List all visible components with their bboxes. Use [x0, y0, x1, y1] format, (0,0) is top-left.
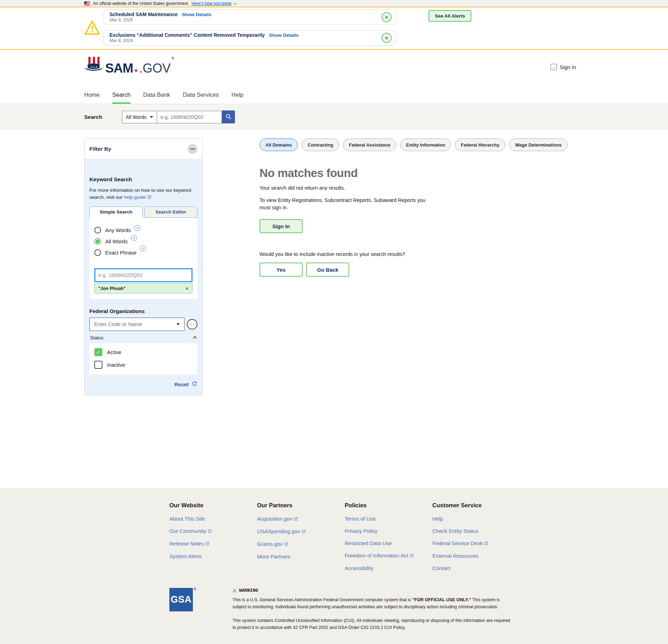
footer-link-acquisition-gov[interactable]: Acquisition.gov	[257, 516, 345, 522]
yes-button[interactable]: Yes	[259, 263, 303, 277]
caret-down-icon	[176, 323, 180, 325]
info-icon[interactable]: i	[140, 245, 146, 251]
footer-column-our-partners: Our Partners Acquisition.gov USASpending…	[257, 502, 345, 577]
nav-item-data-bank[interactable]: Data Bank	[143, 91, 170, 104]
external-link-icon	[147, 194, 151, 201]
footer-link-external-resources[interactable]: External Resources	[432, 553, 520, 559]
refresh-icon	[191, 381, 197, 388]
footer-link-accessibility[interactable]: Accessibility	[345, 565, 432, 571]
go-back-button[interactable]: Go Back	[306, 263, 349, 277]
search-input[interactable]	[157, 111, 222, 123]
footer-link-check-entity-status[interactable]: Check Entity Status	[432, 528, 520, 534]
footer-link-about-this-site[interactable]: About This Site	[169, 516, 257, 522]
keyword-info-text: For more information on how to use our k…	[89, 187, 197, 202]
radio-label: Any Words	[105, 227, 131, 233]
alert-close-button[interactable]: ×	[382, 12, 392, 22]
tag-remove-icon[interactable]: ×	[185, 286, 189, 291]
footer-link-release-notes[interactable]: Release Notes	[169, 541, 257, 547]
filter-collapse-button[interactable]	[188, 144, 197, 154]
no-matches-heading: No matches found	[259, 167, 568, 180]
external-link-icon	[284, 541, 288, 547]
footer-heading: Our Website	[169, 502, 257, 509]
sign-in-button[interactable]: Sign In	[259, 219, 303, 233]
keyword-input[interactable]	[94, 268, 193, 282]
footer-link-foia[interactable]: Freedom of Information Act	[345, 553, 432, 559]
footer-column-customer-service: Customer Service Help Check Entity Statu…	[432, 502, 520, 577]
filter-panel: Filter By Keyword Search For more inform…	[84, 138, 203, 395]
nav-item-search[interactable]: Search	[112, 91, 130, 104]
footer-heading: Customer Service	[432, 502, 520, 509]
search-mode-select[interactable]: All Words	[122, 111, 157, 123]
footer-link-grants-gov[interactable]: Grants.gov	[257, 541, 345, 547]
results-area: All Domains Contracting Federal Assistan…	[259, 138, 568, 277]
radio-exact-phrase[interactable]	[94, 249, 101, 256]
footer-link-help[interactable]: Help	[432, 516, 520, 522]
info-icon[interactable]: i	[134, 225, 140, 231]
footer-link-contact[interactable]: Contact	[432, 565, 520, 571]
alert-show-details-link[interactable]: Show Details	[182, 12, 211, 17]
registered-mark: ®	[171, 56, 174, 60]
nav-item-home[interactable]: Home	[84, 91, 100, 104]
search-strip: Search All Words	[0, 104, 668, 130]
footer-link-usaspending-gov[interactable]: USASpending.gov	[257, 528, 345, 535]
footer-link-restricted-data-use[interactable]: Restricted Data Use	[345, 540, 432, 546]
logo-text-gov: .GOV	[139, 63, 171, 74]
alert-show-details-link[interactable]: Show Details	[269, 33, 298, 38]
simple-search-panel: Any Words i All Words i Exact Phrase i "…	[89, 218, 197, 299]
search-strip-label: Search	[84, 114, 102, 120]
header-sign-in-link[interactable]: ← Sign In	[551, 64, 576, 70]
footer-column-policies: Policies Terms of Use Privacy Policy Res…	[345, 502, 432, 577]
help-guide-link[interactable]: help guide	[124, 195, 151, 200]
domain-pill-all-domains[interactable]: All Domains	[259, 138, 298, 151]
warning-paragraph-1: This is a U.S. General Services Administ…	[232, 596, 511, 611]
checkbox-inactive[interactable]	[94, 361, 102, 369]
alert-warning-icon	[84, 9, 103, 46]
domain-pill-entity-information[interactable]: Entity Information	[400, 138, 451, 151]
sam-gov-logo[interactable]: ★★★ SAM ★ .GOV ®	[84, 56, 174, 74]
radio-any-words[interactable]	[94, 227, 101, 233]
footer-link-federal-service-desk[interactable]: Federal Service Desk	[432, 540, 520, 547]
checkbox-label: Active	[107, 349, 121, 355]
search-mode-value: All Words	[126, 114, 147, 120]
alert-title: Exclusions “Additional Comments” Content…	[109, 32, 265, 38]
tab-search-editor[interactable]: Search Editor	[144, 206, 198, 218]
domain-pill-wage-determinations[interactable]: Wage Determinations	[509, 138, 567, 151]
domain-pill-contracting[interactable]: Contracting	[302, 138, 339, 151]
alert-close-button[interactable]: ×	[382, 33, 392, 43]
domain-pill-federal-assistance[interactable]: Federal Assistance	[343, 138, 396, 151]
info-icon[interactable]: i	[131, 235, 137, 241]
footer-link-privacy-policy[interactable]: Privacy Policy	[345, 528, 432, 534]
footer-link-terms-of-use[interactable]: Terms of Use	[345, 516, 432, 522]
external-link-icon	[294, 516, 298, 522]
radio-all-words[interactable]	[94, 238, 101, 245]
warning-title: WARNING	[239, 588, 258, 593]
footer-link-system-alerts[interactable]: System Alerts	[169, 553, 257, 559]
status-section-label: Status	[90, 335, 103, 340]
alert-card: Exclusions “Additional Comments” Content…	[103, 30, 396, 46]
uncle-sam-hat-icon: ★★★	[84, 56, 103, 74]
domain-pill-federal-hierarchy[interactable]: Federal Hierarchy	[455, 138, 505, 151]
checkbox-active[interactable]: ✓	[94, 348, 102, 356]
search-submit-button[interactable]	[222, 110, 235, 123]
how-you-know-link[interactable]: Here's how you know	[191, 1, 236, 6]
footer-link-our-community[interactable]: Our Community	[169, 528, 257, 534]
reset-filters-link[interactable]: Reset	[89, 381, 197, 388]
us-flag-icon	[84, 1, 90, 6]
nav-item-help[interactable]: Help	[231, 91, 243, 104]
radio-label: Exact Phrase	[105, 250, 136, 256]
footer-link-more-partners[interactable]: More Partners	[257, 554, 345, 560]
inactive-records-question: Would you like to include inactive recor…	[259, 251, 568, 257]
federal-org-select[interactable]: Enter Code or Name	[89, 318, 184, 331]
sign-in-note: To view Entity Registrations, Subcontrac…	[259, 197, 435, 211]
org-more-options-button[interactable]: ···	[187, 319, 197, 330]
nav-item-data-services[interactable]: Data Services	[183, 91, 219, 104]
see-all-alerts-button[interactable]: See All Alerts	[429, 10, 471, 22]
chevron-up-icon[interactable]	[193, 336, 197, 340]
gov-banner: An official website of the United States…	[0, 0, 668, 7]
chevron-down-icon	[234, 1, 236, 4]
federal-organizations-heading: Federal Organizations	[89, 308, 197, 314]
tab-simple-search[interactable]: Simple Search	[89, 206, 143, 218]
svg-text:★: ★	[95, 66, 97, 68]
keyword-search-heading: Keyword Search	[89, 176, 197, 183]
filter-by-title: Filter By	[89, 146, 111, 152]
